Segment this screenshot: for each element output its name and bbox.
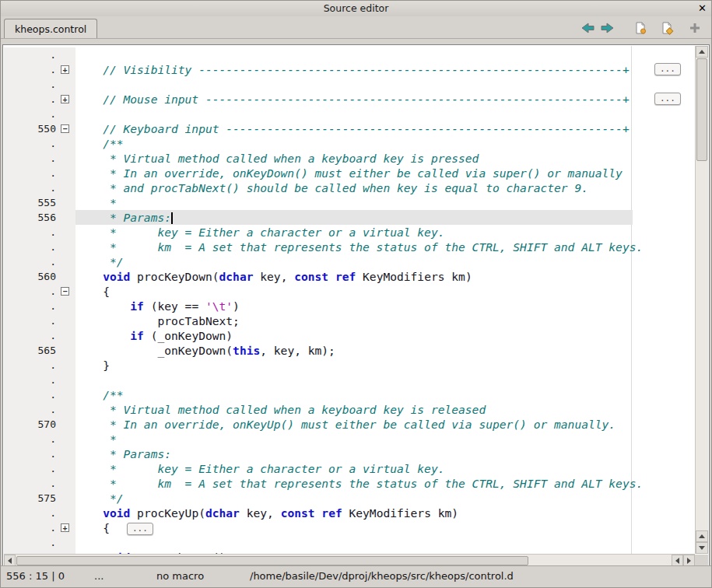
code-line[interactable]: 575 */ — [4, 491, 695, 506]
fold-column[interactable]: + — [58, 520, 75, 535]
line-marker-dot[interactable]: . — [4, 62, 58, 77]
code-line[interactable]: .+ // Visibility -----------------------… — [4, 62, 695, 77]
line-marker-dot[interactable]: . — [4, 180, 58, 195]
vertical-scroll-thumb[interactable] — [696, 58, 707, 161]
line-marker-dot[interactable]: . — [4, 107, 58, 121]
line-number[interactable]: 556 — [4, 210, 58, 225]
folded-ellipsis[interactable]: ... — [127, 523, 153, 535]
line-marker-dot[interactable]: . — [4, 358, 58, 373]
line-marker-dot[interactable]: . — [4, 373, 58, 387]
code-line[interactable]: . * In an override, onKeyDown() must eit… — [4, 166, 695, 180]
horizontal-scroll-thumb[interactable] — [16, 556, 528, 565]
code-line[interactable]: 550− // Keyboard input -----------------… — [4, 121, 695, 136]
code-line[interactable]: . — [4, 47, 695, 62]
close-icon[interactable]: ✕ — [698, 1, 707, 16]
save-as-button[interactable] — [657, 19, 677, 37]
line-marker-dot[interactable]: . — [4, 550, 58, 554]
line-marker-dot[interactable]: . — [4, 387, 58, 402]
vertical-scrollbar[interactable] — [695, 46, 708, 554]
line-number[interactable]: 575 — [4, 491, 58, 506]
line-marker-dot[interactable]: . — [4, 166, 58, 180]
fold-column[interactable]: − — [58, 121, 75, 136]
scroll-right-button[interactable] — [683, 555, 695, 566]
line-marker-dot[interactable]: . — [4, 47, 58, 62]
code-line[interactable]: . } — [4, 358, 695, 373]
line-marker-dot[interactable]: . — [4, 461, 58, 476]
fold-collapse-icon[interactable]: − — [61, 287, 69, 296]
fold-expand-icon[interactable]: + — [61, 65, 69, 74]
scroll-up-button-bottom[interactable] — [696, 530, 708, 542]
tab-kheops-control[interactable]: kheops.control — [4, 19, 97, 38]
code-line[interactable]: . /** — [4, 387, 695, 402]
code-line[interactable]: . if (_onKeyDown) — [4, 328, 695, 343]
fold-column[interactable]: + — [58, 92, 75, 107]
code-line[interactable]: . * km = A set that represents the statu… — [4, 240, 695, 254]
fold-column[interactable]: − — [58, 284, 75, 299]
code-line[interactable]: 555 * — [4, 195, 695, 210]
code-line[interactable]: . * Virtual method called when a keyboar… — [4, 402, 695, 417]
line-marker-dot[interactable]: . — [4, 299, 58, 313]
code-line[interactable]: 556 * Params: — [4, 210, 695, 225]
code-line[interactable]: .− { — [4, 284, 695, 299]
line-marker-dot[interactable]: . — [4, 225, 58, 240]
code-line[interactable]: . — [4, 535, 695, 550]
back-button[interactable] — [577, 19, 598, 37]
line-marker-dot[interactable]: . — [4, 328, 58, 343]
code-line[interactable]: . void procTabNext() — [4, 550, 695, 554]
scroll-up-button[interactable] — [696, 46, 708, 58]
scroll-left-button[interactable] — [4, 555, 16, 566]
line-marker-dot[interactable]: . — [4, 254, 58, 269]
line-marker-dot[interactable]: . — [4, 506, 58, 520]
code-line[interactable]: . * — [4, 432, 695, 446]
forward-button[interactable] — [598, 19, 618, 37]
line-marker-dot[interactable]: . — [4, 402, 58, 417]
code-line[interactable]: . if (key == '\t') — [4, 299, 695, 313]
folded-ellipsis[interactable]: ... — [654, 93, 681, 105]
scroll-down-button[interactable] — [696, 542, 708, 554]
code-line[interactable]: 570 * In an override, onKeyUp() must eit… — [4, 417, 695, 432]
line-marker-dot[interactable]: . — [4, 446, 58, 461]
code-line[interactable]: . * km = A set that represents the statu… — [4, 476, 695, 491]
line-marker-dot[interactable]: . — [4, 520, 58, 535]
detach-button[interactable] — [685, 19, 705, 37]
line-marker-dot[interactable]: . — [4, 77, 58, 92]
fold-collapse-icon[interactable]: − — [61, 124, 69, 133]
code-line[interactable]: 560 void procKeyDown(dchar key, const re… — [4, 269, 695, 284]
fold-expand-icon[interactable]: + — [61, 523, 69, 532]
code-line[interactable]: . * and procTabNext() should be called w… — [4, 180, 695, 195]
line-number[interactable]: 555 — [4, 195, 58, 210]
line-number[interactable]: 565 — [4, 343, 58, 358]
code-line[interactable]: . — [4, 107, 695, 121]
code-line[interactable]: . — [4, 373, 695, 387]
code-line[interactable]: .+ // Mouse input ----------------------… — [4, 92, 695, 107]
line-number[interactable]: 560 — [4, 269, 58, 284]
line-marker-dot[interactable]: . — [4, 284, 58, 299]
code-line[interactable]: .+ {... — [4, 520, 695, 535]
code-line[interactable]: . /** — [4, 136, 695, 151]
horizontal-scrollbar[interactable] — [4, 554, 695, 566]
line-marker-dot[interactable]: . — [4, 240, 58, 254]
line-marker-dot[interactable]: . — [4, 92, 58, 107]
code-line[interactable]: 565 _onKeyDown(this, key, km); — [4, 343, 695, 358]
line-number[interactable]: 570 — [4, 417, 58, 432]
line-marker-dot[interactable]: . — [4, 151, 58, 166]
scroll-left-button-right[interactable] — [672, 555, 683, 566]
line-marker-dot[interactable]: . — [4, 136, 58, 151]
code-line[interactable]: . — [4, 77, 695, 92]
line-marker-dot[interactable]: . — [4, 432, 58, 446]
code-line[interactable]: . * key = Either a character or a virtua… — [4, 461, 695, 476]
code-line[interactable]: . */ — [4, 254, 695, 269]
line-number[interactable]: 550 — [4, 121, 58, 136]
code-line[interactable]: . void procKeyUp(dchar key, const ref Ke… — [4, 506, 695, 520]
line-marker-dot[interactable]: . — [4, 313, 58, 328]
code-line[interactable]: . * Params: — [4, 446, 695, 461]
line-marker-dot[interactable]: . — [4, 535, 58, 550]
save-button[interactable] — [630, 19, 651, 37]
fold-column[interactable]: + — [58, 62, 75, 77]
code-line[interactable]: . * Virtual method called when a keyboar… — [4, 151, 695, 166]
code-line[interactable]: . * key = Either a character or a virtua… — [4, 225, 695, 240]
fold-expand-icon[interactable]: + — [61, 95, 69, 103]
line-marker-dot[interactable]: . — [4, 476, 58, 491]
code-line[interactable]: . procTabNext; — [4, 313, 695, 328]
code-viewport[interactable]: ..+ // Visibility ----------------------… — [4, 46, 695, 554]
